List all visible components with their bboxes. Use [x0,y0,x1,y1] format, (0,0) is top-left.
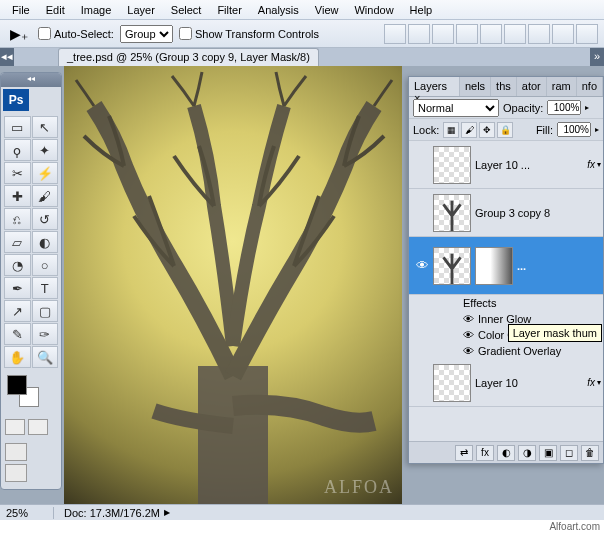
opacity-input[interactable] [547,100,581,115]
layer-name[interactable]: Group 3 copy 8 [475,207,601,219]
fg-color[interactable] [7,375,27,395]
tab-info[interactable]: nfo [577,77,603,96]
move-tool[interactable]: ↖ [32,116,59,138]
chevron-icon[interactable]: ▶ [164,508,170,517]
visibility-icon[interactable]: 👁 [463,329,474,341]
color-swatches[interactable] [1,371,61,415]
layer-row[interactable]: Layer 10 fx▾ [409,359,603,407]
link-icon[interactable]: ⇄ [455,445,473,461]
tab-nav[interactable]: ator [517,77,547,96]
adjust-icon[interactable]: ◑ [518,445,536,461]
auto-select-dropdown[interactable]: Group [120,25,173,43]
tab-scroll-left[interactable]: ◂◂ [0,48,14,66]
dodge-tool[interactable]: ○ [32,254,59,276]
panel-grip[interactable]: ◂◂ [1,73,61,87]
menu-layer[interactable]: Layer [119,2,163,18]
lock-position-icon[interactable]: ✥ [479,122,495,138]
blend-mode-select[interactable]: Normal [413,99,499,117]
layer-thumb[interactable] [433,146,471,184]
effect-item[interactable]: 👁Gradient Overlay [463,343,603,359]
screen-mode[interactable] [5,443,27,461]
fill-slider-icon[interactable]: ▸ [595,125,599,134]
menu-filter[interactable]: Filter [209,2,249,18]
layer-thumb[interactable] [433,364,471,402]
fx-badge[interactable]: fx [587,377,595,388]
menu-help[interactable]: Help [402,2,441,18]
align-btn[interactable] [576,24,598,44]
folder-icon[interactable]: ▣ [539,445,557,461]
doc-info[interactable]: Doc: 17.3M/176.2M [54,507,160,519]
zoom-field[interactable]: 25% [0,507,54,519]
effects-header[interactable]: Effects [463,295,603,311]
tab-paths[interactable]: ths [491,77,517,96]
canvas[interactable]: ALFOA [64,66,402,504]
layer-name[interactable]: Layer 10 [475,377,587,389]
wand-tool[interactable]: ✦ [32,139,59,161]
align-btn[interactable] [528,24,550,44]
align-btn[interactable] [432,24,454,44]
layer-mask-thumb[interactable] [475,247,513,285]
visibility-icon[interactable]: 👁 [411,258,433,273]
crop-tool[interactable]: ✂ [4,162,31,184]
hand-tool[interactable]: ✋ [4,346,31,368]
trash-icon[interactable]: 🗑 [581,445,599,461]
lasso-tool[interactable]: ϙ [4,139,31,161]
tab-scroll-right[interactable]: » [590,48,604,66]
fx-badge[interactable]: fx [587,159,595,170]
show-transform-checkbox[interactable]: Show Transform Controls [179,27,319,40]
fx-icon[interactable]: fx [476,445,494,461]
menu-window[interactable]: Window [346,2,401,18]
history-tool[interactable]: ↺ [32,208,59,230]
menu-edit[interactable]: Edit [38,2,73,18]
tab-channels[interactable]: nels [460,77,491,96]
layer-row[interactable]: Layer 10 ... fx▾ [409,141,603,189]
visibility-icon[interactable]: 👁 [463,313,474,325]
menu-file[interactable]: File [4,2,38,18]
align-btn[interactable] [504,24,526,44]
screen-mode[interactable] [5,464,27,482]
tab-hist[interactable]: ram [547,77,577,96]
eyedrop-tool[interactable]: ✑ [32,323,59,345]
align-btn[interactable] [384,24,406,44]
visibility-icon[interactable]: 👁 [463,345,474,357]
lock-all-icon[interactable]: 🔒 [497,122,513,138]
lock-pixels-icon[interactable]: 🖌 [461,122,477,138]
align-btn[interactable] [552,24,574,44]
layer-row[interactable]: Group 3 copy 8 [409,189,603,237]
new-layer-icon[interactable]: ◻ [560,445,578,461]
menu-select[interactable]: Select [163,2,210,18]
heal-tool[interactable]: ✚ [4,185,31,207]
menu-image[interactable]: Image [73,2,120,18]
fill-input[interactable] [557,122,591,137]
quickmask-qm[interactable] [28,419,48,435]
tab-layers[interactable]: Layers × [409,77,460,96]
auto-select-checkbox[interactable]: Auto-Select: [38,27,114,40]
gradient-tool[interactable]: ◐ [32,231,59,253]
path-tool[interactable]: ↗ [4,300,31,322]
opacity-slider-icon[interactable]: ▸ [585,103,589,112]
document-tab[interactable]: _tree.psd @ 25% (Group 3 copy 9, Layer M… [58,48,319,66]
layer-row-selected[interactable]: 👁 ... [409,237,603,295]
marquee-tool[interactable]: ▭ [4,116,31,138]
layer-name[interactable]: Layer 10 ... [475,159,587,171]
align-btn[interactable] [408,24,430,44]
slice-tool[interactable]: ⚡ [32,162,59,184]
align-btn[interactable] [456,24,478,44]
stamp-tool[interactable]: ⎌ [4,208,31,230]
shape-tool[interactable]: ▢ [32,300,59,322]
menu-view[interactable]: View [307,2,347,18]
mask-icon[interactable]: ◐ [497,445,515,461]
pen-tool[interactable]: ✒ [4,277,31,299]
layer-thumb[interactable] [433,194,471,232]
blur-tool[interactable]: ◔ [4,254,31,276]
lock-transparency-icon[interactable]: ▦ [443,122,459,138]
quickmask-std[interactable] [5,419,25,435]
layer-thumb[interactable] [433,247,471,285]
menu-analysis[interactable]: Analysis [250,2,307,18]
zoom-tool[interactable]: 🔍 [32,346,59,368]
brush-tool[interactable]: 🖌 [32,185,59,207]
notes-tool[interactable]: ✎ [4,323,31,345]
align-btn[interactable] [480,24,502,44]
type-tool[interactable]: T [32,277,59,299]
eraser-tool[interactable]: ▱ [4,231,31,253]
